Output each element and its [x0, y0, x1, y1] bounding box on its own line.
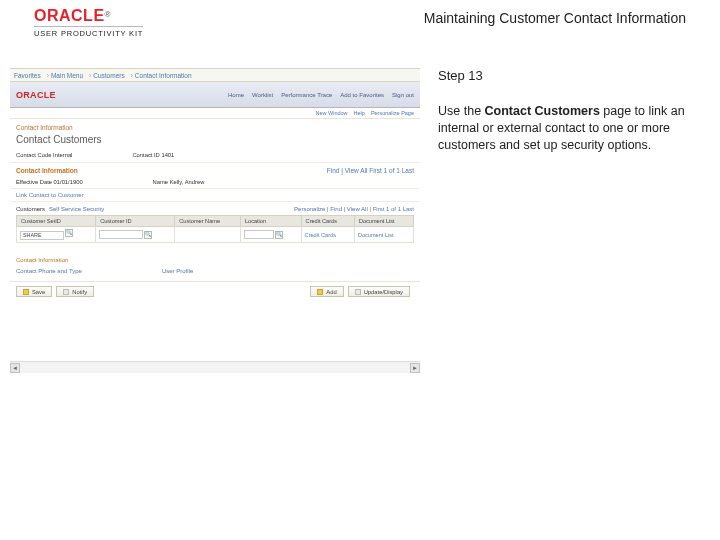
input-customer-id[interactable]	[99, 230, 143, 239]
add-icon	[317, 289, 323, 295]
link-worklist[interactable]: Worklist	[252, 92, 273, 98]
field-name: Name Kelly, Andrew	[153, 179, 205, 185]
grid-header-row: Customers Self Service Security Personal…	[16, 206, 414, 212]
col-customer-name[interactable]: Customer Name	[175, 216, 241, 227]
col-setid[interactable]: Customer SetID	[17, 216, 96, 227]
update-icon	[355, 289, 361, 295]
global-links: Home Worklist Performance Trace Add to F…	[228, 92, 414, 98]
link-new-window[interactable]: New Window	[315, 110, 347, 116]
instruction-panel: Step 13 Use the Contact Customers page t…	[420, 68, 700, 154]
col-location[interactable]: Location	[240, 216, 301, 227]
customers-grid: Customer SetID Customer ID Customer Name…	[16, 215, 414, 243]
page-tools: New Window Help Personalize Page	[10, 108, 420, 119]
lookup-icon[interactable]	[65, 229, 73, 237]
link-credit-cards[interactable]: Credit Cards	[305, 232, 336, 238]
crumb-2[interactable]: Customers	[93, 72, 124, 79]
link-user-profile[interactable]: User Profile	[162, 268, 193, 274]
link-help[interactable]: Help	[354, 110, 365, 116]
app-logo: ORACLE	[16, 90, 56, 100]
button-row: Save Notify Add Update/Display	[10, 281, 420, 301]
input-setid[interactable]: SHARE	[20, 231, 64, 240]
notify-button[interactable]: Notify	[56, 286, 94, 297]
meta-row: Effective Date 01/01/1900 Name Kelly, An…	[10, 177, 420, 188]
link-contact-to-customer[interactable]: Link Contact to Customer	[10, 188, 420, 202]
col-credit-cards[interactable]: Credit Cards	[301, 216, 354, 227]
col-customer-id[interactable]: Customer ID	[96, 216, 175, 227]
link-add-fav[interactable]: Add to Favorites	[340, 92, 384, 98]
document-title: Maintaining Customer Contact Information	[424, 8, 686, 26]
field-contact-code: Contact Code Internal	[16, 152, 72, 158]
grid-label: Customers	[16, 206, 45, 212]
info-row: Contact Code Internal Contact ID 1401	[10, 150, 420, 163]
add-button[interactable]: Add	[310, 286, 343, 297]
grid-tools[interactable]: Personalize | Find | View All | First 1 …	[294, 206, 414, 212]
page-title: Contact Customers	[16, 134, 102, 145]
brand-subtitle: USER PRODUCTIVITY KIT	[34, 26, 143, 38]
save-icon	[23, 289, 29, 295]
notify-icon	[63, 289, 69, 295]
step-body: Use the Contact Customers page to link a…	[438, 103, 700, 154]
app-screenshot: Favorites› Main Menu› Customers› Contact…	[10, 68, 420, 373]
link-contact-phone[interactable]: Contact Phone and Type	[16, 268, 82, 274]
scroll-nav[interactable]: Find | View All First 1 of 1 Last	[327, 167, 414, 174]
lookup-icon[interactable]	[275, 231, 283, 239]
crumb-0[interactable]: Favorites	[14, 72, 41, 79]
app-header: ORACLE Home Worklist Performance Trace A…	[10, 82, 420, 108]
contact-info-bar: Contact Information Find | View All Firs…	[10, 163, 420, 177]
step-body-pre: Use the	[438, 104, 485, 118]
step-body-bold: Contact Customers	[485, 104, 600, 118]
link-perf-trace[interactable]: Performance Trace	[281, 92, 332, 98]
input-location[interactable]	[244, 230, 274, 239]
sublink-header: Contact Information	[16, 257, 414, 263]
field-contact-id: Contact ID 1401	[132, 152, 174, 158]
breadcrumb: Favorites› Main Menu› Customers› Contact…	[10, 68, 420, 82]
col-document-list[interactable]: Document List	[354, 216, 413, 227]
link-signout[interactable]: Sign out	[392, 92, 414, 98]
brand-tm: ®	[105, 10, 111, 19]
link-home[interactable]: Home	[228, 92, 244, 98]
crumb-1[interactable]: Main Menu	[51, 72, 83, 79]
field-effective-date: Effective Date 01/01/1900	[16, 179, 83, 185]
grid-tab-security[interactable]: Self Service Security	[49, 206, 104, 212]
brand-name: ORACLE	[34, 7, 105, 24]
lookup-icon[interactable]	[144, 231, 152, 239]
scroll-right-icon[interactable]: ►	[410, 363, 420, 373]
contact-info-label: Contact Information	[16, 167, 78, 174]
link-document-list[interactable]: Document List	[358, 232, 394, 238]
save-button[interactable]: Save	[16, 286, 52, 297]
brand-block: ORACLE® USER PRODUCTIVITY KIT	[34, 8, 143, 38]
horizontal-scrollbar[interactable]: ◄ ►	[10, 361, 420, 373]
link-personalize[interactable]: Personalize Page	[371, 110, 414, 116]
scroll-track[interactable]	[20, 363, 410, 373]
step-title: Step 13	[438, 68, 700, 83]
update-button[interactable]: Update/Display	[348, 286, 410, 297]
sub-links: Contact Information Contact Phone and Ty…	[10, 247, 420, 281]
scroll-left-icon[interactable]: ◄	[10, 363, 20, 373]
section-label: Contact Information	[10, 119, 420, 134]
crumb-3[interactable]: Contact Information	[135, 72, 192, 79]
table-row: SHARE Credit Cards Document List	[17, 227, 414, 243]
